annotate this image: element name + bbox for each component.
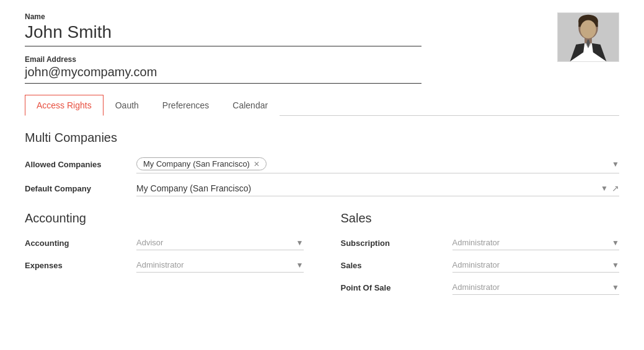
default-company-row: Default Company My Company (San Francisc… (25, 181, 619, 196)
point-of-sale-field[interactable]: Administrator ▼ (452, 280, 620, 295)
content-area: Multi Companies Allowed Companies My Com… (25, 116, 619, 302)
header-left: Name John Smith Email Address john@mycom… (25, 12, 557, 84)
email-value: john@mycompamy.com (25, 65, 421, 84)
sales-column: Sales Subscription Administrator ▼ Sales… (341, 211, 620, 302)
accounting-field[interactable]: Advisor ▼ (136, 235, 304, 250)
header-section: Name John Smith Email Address john@mycom… (25, 12, 619, 84)
sales-title: Sales (341, 211, 620, 225)
tag-close-icon[interactable]: ✕ (254, 160, 260, 168)
point-of-sale-dropdown-icon[interactable]: ▼ (607, 283, 619, 292)
expenses-field[interactable]: Administrator ▼ (136, 258, 304, 273)
svg-point-5 (580, 20, 596, 38)
accounting-label: Accounting (25, 238, 136, 248)
default-company-field[interactable]: My Company (San Francisco) ▼ ↗ (136, 181, 619, 196)
name-label: Name (25, 12, 557, 21)
tab-access-rights[interactable]: Access Rights (25, 95, 104, 116)
avatar (557, 12, 619, 62)
subscription-field[interactable]: Administrator ▼ (452, 235, 620, 250)
page: Name John Smith Email Address john@mycom… (0, 0, 644, 350)
point-of-sale-label: Point Of Sale (341, 283, 452, 292)
external-link-icon[interactable]: ↗ (612, 183, 619, 193)
sales-dropdown-icon[interactable]: ▼ (607, 261, 619, 269)
email-label: Email Address (25, 55, 557, 64)
tab-calendar[interactable]: Calendar (221, 95, 280, 116)
subscription-dropdown-icon[interactable]: ▼ (607, 238, 619, 247)
two-columns-layout: Accounting Accounting Advisor ▼ Expenses… (25, 211, 619, 302)
sales-field[interactable]: Administrator ▼ (452, 258, 620, 273)
expenses-row: Expenses Administrator ▼ (25, 258, 304, 273)
tabs-bar: Access Rights Oauth Preferences Calendar (25, 95, 619, 116)
allowed-companies-tag: My Company (San Francisco) ✕ (136, 157, 267, 170)
accounting-column: Accounting Accounting Advisor ▼ Expenses… (25, 211, 304, 302)
multi-companies-title: Multi Companies (25, 131, 619, 145)
sales-row: Sales Administrator ▼ (341, 258, 620, 273)
tab-preferences[interactable]: Preferences (151, 95, 221, 116)
point-of-sale-row: Point Of Sale Administrator ▼ (341, 280, 620, 295)
allowed-companies-label: Allowed Companies (25, 160, 136, 169)
allowed-companies-row: Allowed Companies My Company (San Franci… (25, 155, 619, 173)
multi-companies-section: Multi Companies Allowed Companies My Com… (25, 131, 619, 196)
allowed-companies-dropdown-icon[interactable]: ▼ (607, 160, 619, 168)
subscription-row: Subscription Administrator ▼ (341, 235, 620, 250)
allowed-companies-field[interactable]: My Company (San Francisco) ✕ ▼ (136, 155, 619, 173)
expenses-label: Expenses (25, 261, 136, 270)
expenses-dropdown-icon[interactable]: ▼ (291, 261, 304, 269)
accounting-title: Accounting (25, 211, 304, 225)
sales-label: Sales (341, 261, 452, 270)
accounting-dropdown-icon[interactable]: ▼ (291, 238, 304, 247)
default-company-dropdown-icon[interactable]: ▼ (596, 184, 608, 193)
tab-oauth[interactable]: Oauth (104, 95, 151, 116)
default-company-label: Default Company (25, 184, 136, 193)
name-value: John Smith (25, 22, 421, 46)
subscription-label: Subscription (341, 238, 452, 248)
accounting-row: Accounting Advisor ▼ (25, 235, 304, 250)
